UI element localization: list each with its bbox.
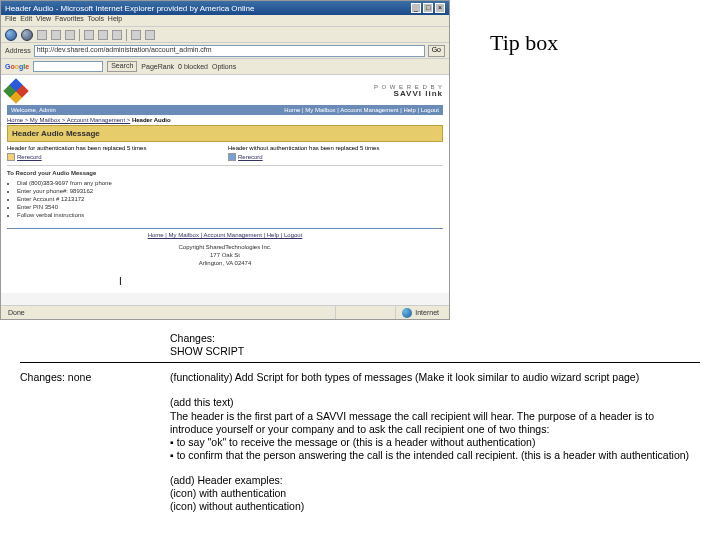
status-done: Done	[8, 309, 25, 316]
breadcrumb-current: Header Audio	[132, 117, 171, 123]
audio-icon	[228, 153, 236, 161]
nav-toolbar	[1, 27, 449, 43]
header-examples-block: (add) Header examples: (icon) with authe…	[170, 474, 700, 513]
globe-icon	[402, 308, 412, 318]
col2-text: Header without authentication has been r…	[228, 145, 443, 151]
rerecord-link-1[interactable]: Rerecord	[17, 154, 42, 160]
tip-box-area: Tip box	[450, 0, 720, 320]
embedded-screenshot: Header Audio - Microsoft Internet Explor…	[0, 0, 450, 320]
list-item: to confirm that the person answering the…	[170, 449, 700, 462]
tip-box-label: Tip box	[490, 30, 700, 56]
list-item: Enter PIN 3540	[17, 204, 443, 210]
welcome-text: Welcome, Admin	[11, 107, 56, 113]
google-logo-icon: Google	[5, 63, 29, 70]
stop-icon[interactable]	[37, 30, 47, 40]
search-icon[interactable]	[84, 30, 94, 40]
list-item: to say "ok" to receive the message or (t…	[170, 436, 700, 449]
footer-links[interactable]: Home | My Mailbox | Account Management |…	[7, 232, 443, 238]
page-heading-banner: Header Audio Message	[7, 125, 443, 142]
add-text-body: The header is the first part of a SAVVI …	[170, 410, 700, 436]
minimize-icon[interactable]: _	[411, 3, 421, 13]
top-nav-links[interactable]: Home | My Mailbox | Account Management |…	[284, 107, 439, 113]
add-text-lead: (add this text)	[170, 396, 700, 409]
instructions-heading: To Record your Audio Message	[7, 170, 443, 176]
window-title: Header Audio - Microsoft Internet Explor…	[5, 4, 254, 13]
breadcrumb: Home > My Mailbox > Account Management >…	[7, 115, 443, 125]
close-icon[interactable]: ×	[435, 3, 445, 13]
add-text-block: (add this text) The header is the first …	[170, 396, 700, 462]
footer-address: Copyright SharedTechnologies Inc. 177 Oa…	[7, 244, 443, 267]
list-item: Enter your phone#: 9893162	[17, 188, 443, 194]
address-bar-row: Address http://dev.shared.com/administra…	[1, 43, 449, 59]
back-icon[interactable]	[5, 29, 17, 41]
status-bar: Done Internet	[1, 305, 449, 319]
list-item: Follow verbal instructions	[17, 212, 443, 218]
mail-icon[interactable]	[131, 30, 141, 40]
maximize-icon[interactable]: □	[423, 3, 433, 13]
breadcrumb-links[interactable]: Home > My Mailbox > Account Management >	[7, 117, 130, 123]
refresh-icon[interactable]	[51, 30, 61, 40]
changes-top-value: SHOW SCRIPT	[170, 345, 700, 358]
google-toolbar: Google Search PageRank 0 blocked Options	[1, 59, 449, 75]
history-icon[interactable]	[112, 30, 122, 40]
col1-text: Header for authentication has been repla…	[7, 145, 222, 151]
list-item: Dial (800)383-9697 from any phone	[17, 180, 443, 186]
menu-bar: File Edit View Favorites Tools Help	[1, 15, 449, 27]
top-nav-bar: Welcome, Admin Home | My Mailbox | Accou…	[7, 105, 443, 115]
list-item: Enter Account # 1213172	[17, 196, 443, 202]
favorites-icon[interactable]	[98, 30, 108, 40]
page-content: P O W E R E D B Y SAVVI link Welcome, Ad…	[1, 75, 449, 293]
example-line-2: (icon) without authentication)	[170, 500, 700, 513]
address-input[interactable]: http://dev.shared.com/administration/acc…	[34, 45, 425, 57]
audio-icon	[7, 153, 15, 161]
changes-left-label: Changes: none	[20, 371, 140, 384]
functionality-note: (functionality) Add Script for both type…	[170, 371, 700, 384]
separator-line	[20, 362, 700, 363]
google-search-input[interactable]	[33, 61, 103, 72]
print-icon[interactable]	[145, 30, 155, 40]
home-icon[interactable]	[65, 30, 75, 40]
powered-by: P O W E R E D B Y SAVVI link	[374, 84, 443, 98]
go-button[interactable]: Go	[428, 45, 445, 57]
changes-top-label: Changes:	[170, 332, 700, 345]
examples-head: (add) Header examples:	[170, 474, 700, 487]
annotations-area: Changes: SHOW SCRIPT Changes: none (func…	[0, 320, 720, 525]
instructions-list: Dial (800)383-9697 from any phone Enter …	[17, 180, 443, 218]
popup-blocked-label: 0 blocked	[178, 63, 208, 70]
window-title-bar: Header Audio - Microsoft Internet Explor…	[1, 1, 449, 15]
google-search-button[interactable]: Search	[107, 61, 137, 72]
site-logo-icon	[3, 78, 28, 103]
status-zone: Internet	[415, 309, 439, 316]
example-line-1: (icon) with authentication	[170, 487, 700, 500]
text-cursor-icon: I	[119, 276, 122, 287]
rerecord-link-2[interactable]: Rerecord	[238, 154, 263, 160]
pagerank-label: PageRank	[141, 63, 174, 70]
forward-icon[interactable]	[21, 29, 33, 41]
toolbar-options[interactable]: Options	[212, 63, 236, 70]
